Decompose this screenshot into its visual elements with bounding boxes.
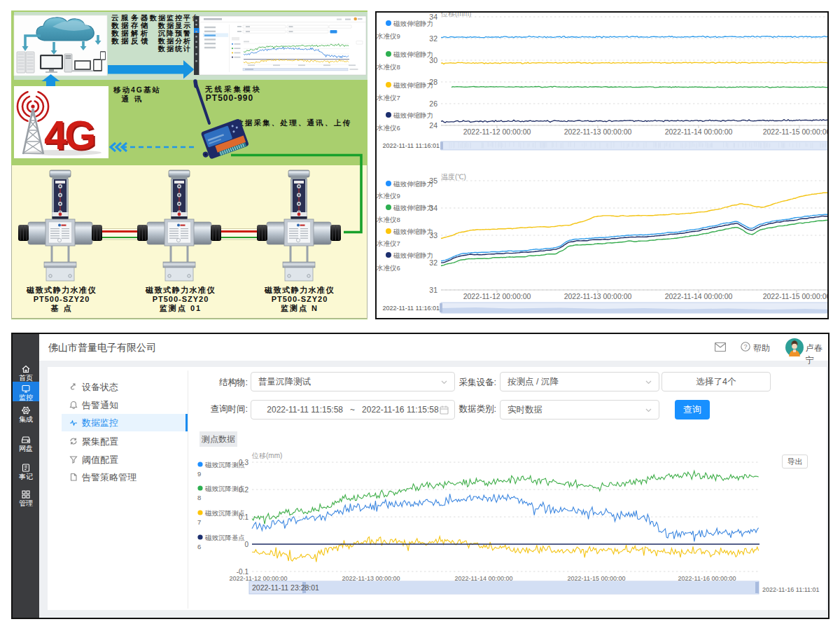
svg-text:沉降预警: 沉降预警 — [158, 29, 192, 37]
svg-text:磁致伸缩静力: 磁致伸缩静力 — [393, 228, 433, 235]
svg-text:数据监控平台: 数据监控平台 — [149, 14, 200, 22]
svg-text:31: 31 — [429, 286, 438, 294]
svg-text:PT500-SZY20: PT500-SZY20 — [153, 295, 209, 303]
svg-text:磁致伸缩静力: 磁致伸缩静力 — [393, 204, 433, 212]
svg-text:2022-11-13 00:00:00: 2022-11-13 00:00:00 — [564, 292, 632, 300]
svg-text:磁致伸缩静力: 磁致伸缩静力 — [393, 20, 433, 27]
svg-text:位移(mm): 位移(mm) — [251, 452, 282, 459]
svg-text:水准仪9: 水准仪9 — [377, 32, 400, 40]
svg-text:磁致伸缩静力: 磁致伸缩静力 — [393, 81, 433, 89]
svg-text:8: 8 — [197, 494, 201, 501]
svg-text:水准仪7: 水准仪7 — [377, 94, 400, 102]
svg-text:2022-11-14 00:00:00: 2022-11-14 00:00:00 — [665, 292, 733, 300]
svg-text:通讯: 通讯 — [121, 95, 148, 103]
svg-text:监测点 01: 监测点 01 — [160, 304, 202, 312]
svg-text:磁致式静力水准仪: 磁致式静力水准仪 — [26, 286, 97, 295]
svg-text:磁致沉降基点: 磁致沉降基点 — [204, 534, 245, 541]
svg-text:2022-11-11 23:28:01: 2022-11-11 23:28:01 — [252, 583, 319, 592]
svg-text:?: ? — [743, 343, 747, 350]
svg-text:磁致沉降测点: 磁致沉降测点 — [204, 509, 245, 517]
svg-text:0: 0 — [244, 541, 248, 548]
svg-text:水准仪6: 水准仪6 — [377, 264, 400, 272]
svg-text:PT500-SZY20: PT500-SZY20 — [34, 295, 90, 303]
svg-text:水准仪7: 水准仪7 — [377, 240, 400, 247]
svg-text:2022-11-16 11:11:01: 2022-11-16 11:11:01 — [762, 586, 820, 593]
svg-text:26: 26 — [429, 99, 438, 108]
svg-text:2022-11-13 00:00:00: 2022-11-13 00:00:00 — [564, 127, 632, 136]
svg-text:水准仪8: 水准仪8 — [377, 63, 400, 71]
svg-text:32: 32 — [429, 34, 438, 43]
svg-text:32: 32 — [429, 258, 438, 267]
svg-text:磁致沉降测点: 磁致沉降测点 — [204, 485, 245, 492]
svg-text:2022-11-15 00:00:00: 2022-11-15 00:00:00 — [763, 292, 827, 300]
svg-text:PT500-SZY20: PT500-SZY20 — [272, 295, 328, 303]
svg-text:无线采集模块: 无线采集模块 — [204, 85, 262, 93]
svg-text:2022-11-14 00:00:00: 2022-11-14 00:00:00 — [665, 127, 733, 136]
svg-text:移动4G基站: 移动4G基站 — [113, 85, 161, 94]
svg-text:水准仪9: 水准仪9 — [377, 192, 400, 200]
svg-text:2022-11-11 11:16:01: 2022-11-11 11:16:01 — [382, 305, 440, 312]
svg-text:温度(℃): 温度(℃) — [441, 173, 466, 181]
svg-text:水准仪8: 水准仪8 — [377, 216, 400, 223]
svg-text:7: 7 — [197, 518, 201, 526]
svg-text:数据分析: 数据分析 — [158, 37, 192, 45]
svg-text:基 点: 基 点 — [50, 304, 72, 312]
svg-text:磁致伸缩静力: 磁致伸缩静力 — [393, 50, 433, 58]
svg-text:2022-11-11 11:16:01: 2022-11-11 11:16:01 — [382, 142, 440, 149]
svg-text:磁致式静力水准仪: 磁致式静力水准仪 — [264, 286, 335, 295]
svg-text:磁致伸缩静力: 磁致伸缩静力 — [393, 180, 433, 188]
svg-text:6: 6 — [197, 543, 201, 550]
svg-text:数据反馈: 数据反馈 — [111, 36, 150, 45]
svg-text:2022-11-12 00:00:00: 2022-11-12 00:00:00 — [463, 127, 531, 136]
svg-text:4G: 4G — [44, 112, 94, 158]
svg-text:2022-11-12 00:00:00: 2022-11-12 00:00:00 — [463, 292, 531, 300]
svg-text:数据采集、处理、通讯、上传: 数据采集、处理、通讯、上传 — [235, 118, 351, 127]
svg-text:数据统计: 数据统计 — [158, 45, 192, 53]
svg-text:磁致伸缩静力: 磁致伸缩静力 — [393, 111, 433, 119]
svg-text:2022-11-15 00:00:00: 2022-11-15 00:00:00 — [763, 127, 827, 136]
svg-text:磁致沉降测点: 磁致沉降测点 — [204, 461, 245, 469]
svg-text:-0.1: -0.1 — [237, 568, 249, 576]
svg-text:磁致式静力水准仪: 磁致式静力水准仪 — [145, 286, 216, 295]
svg-text:PT500-990: PT500-990 — [206, 93, 253, 103]
svg-text:水准仪6: 水准仪6 — [377, 124, 400, 132]
svg-text:数据显示: 数据显示 — [158, 22, 192, 29]
svg-text:24: 24 — [429, 121, 438, 130]
svg-text:磁致伸缩静力: 磁致伸缩静力 — [393, 251, 433, 259]
svg-text:监测点 N: 监测点 N — [281, 304, 318, 312]
svg-text:9: 9 — [197, 470, 201, 478]
